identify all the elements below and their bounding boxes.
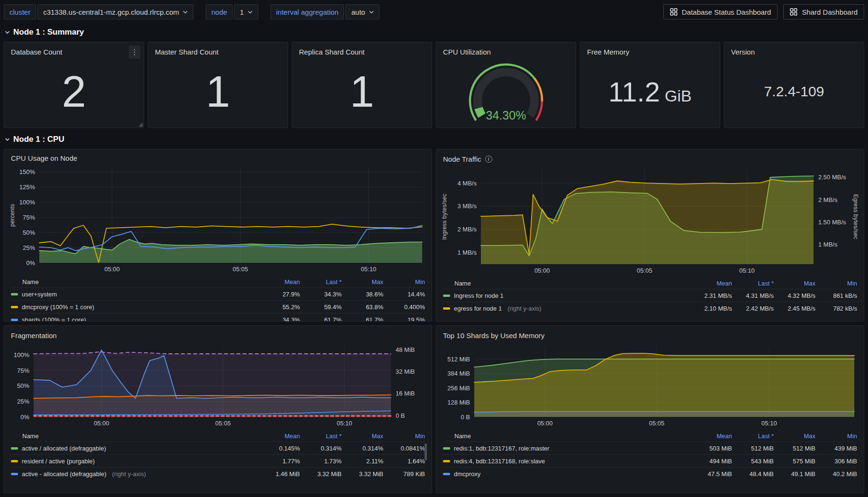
legend-stat-value: 4.32 MB/s <box>774 292 815 299</box>
section-node-summary[interactable]: Node 1 : Summary <box>5 26 864 39</box>
legend-stat-value: 494 MiB <box>690 458 732 465</box>
legend-header-last[interactable]: Last * <box>732 280 774 287</box>
info-icon[interactable]: i <box>485 156 492 163</box>
legend-header-last[interactable]: Last * <box>732 433 774 440</box>
x-axis-tick-label: 05:05 <box>637 267 652 274</box>
version-value: 7.2.4-109 <box>764 83 824 100</box>
x-axis-tick-label: 05:00 <box>94 420 109 427</box>
legend-header-mean[interactable]: Mean <box>690 280 732 287</box>
series-name-text: active / allocated (defraggable) <box>22 445 106 452</box>
panel-title[interactable]: Free Memory <box>584 46 716 58</box>
legend-header-max[interactable]: Max <box>774 433 815 440</box>
y-axis-tick-label: 1 MB/s <box>458 249 477 256</box>
node-variable-label: node <box>206 4 233 19</box>
legend-stat-value: 1.73% <box>300 458 342 465</box>
legend-series-name[interactable]: shards (100% = 1 core) <box>11 316 258 322</box>
legend-stat-value: 38.6% <box>342 291 383 298</box>
legend-series-name[interactable]: dmcproxy (100% = 1 core) <box>11 304 258 311</box>
chevron-down-icon <box>369 10 374 14</box>
interval-aggregation-select[interactable]: auto <box>345 4 379 19</box>
legend-stat-value: 2.10 MB/s <box>690 305 732 312</box>
legend-header-mean[interactable]: Mean <box>258 433 300 440</box>
master-shard-count-value: 1 <box>206 70 230 113</box>
legend-series-name[interactable]: active / allocated (defraggable) <box>11 445 258 452</box>
panel-title[interactable]: Node Traffic i <box>440 153 860 166</box>
legend-series-name[interactable]: resident / active (purgable) <box>11 458 258 465</box>
panel-free-memory: Free Memory 11.2 GiB <box>580 42 720 128</box>
right-y-axis-tick-label: 2.50 MB/s <box>818 174 846 181</box>
panel-title[interactable]: Replica Shard Count <box>296 46 428 58</box>
legend-header-mean[interactable]: Mean <box>690 433 732 440</box>
panel-menu-kebab-icon[interactable]: ⋮ <box>129 46 140 59</box>
section-title: Node 1 : CPU <box>13 135 64 144</box>
panel-title[interactable]: Version <box>728 46 860 58</box>
y-axis-label: percents <box>9 204 16 227</box>
chevron-down-icon <box>5 138 10 141</box>
free-memory-unit: GiB <box>665 87 692 105</box>
panel-resize-handle[interactable] <box>138 122 143 127</box>
node-traffic-chart[interactable]: 1 MB/s2 MB/s3 MB/s4 MB/s1 MB/s1.50 MB/s2… <box>440 166 860 276</box>
legend-series-name[interactable]: egress for node 1(right y-axis) <box>443 305 690 312</box>
legend-stat-value: 2.45 MB/s <box>774 305 815 312</box>
x-axis-tick-label: 05:10 <box>361 266 377 273</box>
legend-header-name[interactable]: Name <box>443 280 690 287</box>
right-y-axis-tick-label: 2 MB/s <box>818 196 838 203</box>
panel-title[interactable]: Fragmentation <box>8 330 428 342</box>
panel-title[interactable]: CPU Utilization <box>440 46 572 58</box>
legend-stat-value: 63.8% <box>342 304 383 311</box>
legend-header-last[interactable]: Last * <box>300 433 342 440</box>
fragmentation-chart[interactable]: 0%25%50%75%100%0 B16 MiB32 MiB48 MiB05:0… <box>8 342 428 429</box>
y-axis-label: Ingress bytes/sec <box>441 193 448 239</box>
legend-header-mean[interactable]: Mean <box>258 278 300 285</box>
legend-series-name[interactable]: Ingress for node 1 <box>443 292 690 299</box>
legend-stat-value: 512 MiB <box>732 445 774 452</box>
database-count-value: 2 <box>62 70 86 113</box>
legend-stat-value: 55.2% <box>258 304 300 311</box>
shard-dashboard-button[interactable]: Shard Dashboard <box>783 4 864 19</box>
legend-header-name[interactable]: Name <box>11 433 258 440</box>
legend-series-name[interactable]: redis:4, bdb:12317168, role:slave <box>443 458 690 465</box>
node-variable-select[interactable]: 1 <box>234 4 258 19</box>
panel-title[interactable]: CPU Usage on Node <box>8 153 428 164</box>
legend-header-last[interactable]: Last * <box>300 278 342 285</box>
legend-header-name[interactable]: Name <box>11 278 258 285</box>
y-axis-tick-label: 512 MiB <box>447 356 470 363</box>
legend-header-min[interactable]: Min <box>815 433 857 440</box>
panel-title[interactable]: Top 10 Shards by Used Memory <box>440 330 860 342</box>
panel-title[interactable]: Database Count <box>8 46 140 58</box>
y-axis-tick-label: 4 MB/s <box>458 180 477 187</box>
top-shards-chart[interactable]: 0 B128 MiB256 MiB384 MiB512 MiB05:0005:0… <box>440 342 860 429</box>
database-status-dashboard-button[interactable]: Database Status Dashboard <box>663 4 778 19</box>
legend-scrollbar[interactable] <box>425 443 427 460</box>
legend-stat-value: 1.46 MiB <box>258 470 300 478</box>
chevron-down-icon <box>248 10 253 14</box>
legend-series-name[interactable]: user+system <box>11 291 258 298</box>
y-axis-tick-label: 25% <box>17 398 29 405</box>
legend-series-name[interactable]: dmcproxy <box>443 470 690 478</box>
section-node-cpu[interactable]: Node 1 : CPU <box>5 133 864 146</box>
series-name-suffix: (right y-axis) <box>112 470 146 478</box>
cluster-variable-select[interactable]: c31338.us-central1-mz.gcp.cloud.rlrcp.co… <box>37 4 193 19</box>
cpu-utilization-gauge: 34.30% <box>459 60 553 123</box>
cpu-chart-row-1: CPU Usage on Node 0%25%50%75%100%125%150… <box>4 149 864 322</box>
legend-header-max[interactable]: Max <box>342 433 383 440</box>
legend-header-min[interactable]: Min <box>383 433 425 440</box>
y-axis-tick-label: 100% <box>14 351 30 359</box>
legend-row: Ingress for node 12.31 MB/s4.31 MB/s4.32… <box>443 289 857 302</box>
series-name-text: egress for node 1 <box>454 305 502 312</box>
panel-title[interactable]: Master Shard Count <box>152 46 284 58</box>
legend-header-max[interactable]: Max <box>774 280 815 287</box>
y-axis-tick-label: 75% <box>23 214 35 221</box>
legend-header-name[interactable]: Name <box>443 433 690 440</box>
cpu-usage-chart[interactable]: 0%25%50%75%100%125%150%05:0005:0505:10pe… <box>8 164 428 275</box>
legend-header-min[interactable]: Min <box>383 278 425 285</box>
legend-series-name[interactable]: active - allocated (defraggable)(right y… <box>11 470 258 478</box>
node-traffic-legend: NameMeanLast *MaxMinIngress for node 12.… <box>443 277 857 314</box>
right-y-axis-tick-label: 32 MiB <box>396 368 415 375</box>
legend-header-min[interactable]: Min <box>815 280 857 287</box>
dashboard-grid-icon <box>670 8 678 16</box>
legend-stat-value: 48.4 MiB <box>732 470 774 478</box>
legend-header-max[interactable]: Max <box>342 278 383 285</box>
legend-row: egress for node 1(right y-axis)2.10 MB/s… <box>443 302 857 314</box>
legend-series-name[interactable]: redis:1, bdb:12317167, role:master <box>443 445 690 452</box>
